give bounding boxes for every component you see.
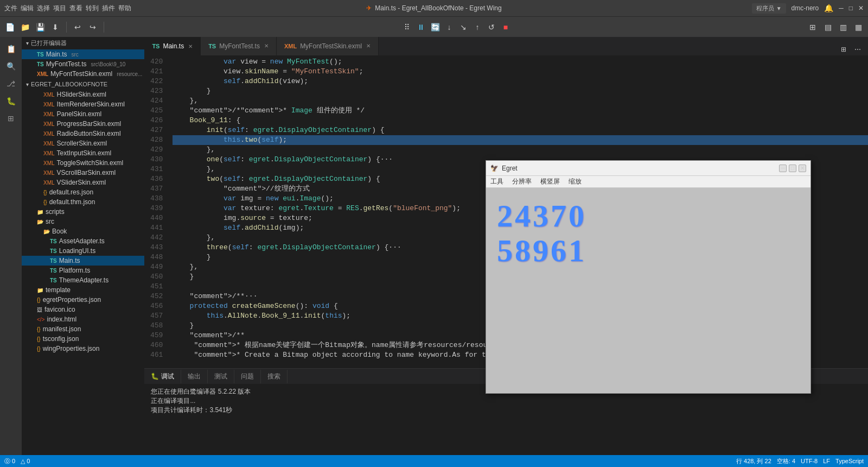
activity-search[interactable]: 🔍 [3, 59, 18, 74]
activity-git[interactable]: ⎇ [3, 76, 18, 91]
redo-btn[interactable]: ↪ [86, 21, 99, 34]
activity-explorer[interactable]: 📋 [3, 41, 18, 56]
menu-select[interactable]: 选择 [37, 4, 50, 13]
tree-manifest[interactable]: {} manifest.json [22, 324, 144, 334]
activity-debug[interactable]: 🐛 [3, 93, 18, 109]
tree-main-ts[interactable]: TS Main.ts [22, 256, 144, 266]
tab-main-ts-label: Main.ts [163, 42, 184, 50]
open-file-myfonttest[interactable]: TS MyFontTest.ts src\Book\9_10 [22, 59, 144, 69]
tree-progressbar[interactable]: XML ProgressBarSkin.exml [22, 119, 144, 129]
tree-themeadapter[interactable]: TS ThemeAdapter.ts [22, 275, 144, 285]
open-file-main[interactable]: TS Main.ts src [22, 49, 144, 59]
tree-assetadapter[interactable]: TS AssetAdapter.ts [22, 236, 144, 246]
open-editors-header[interactable]: ▾ 已打开编辑器 [22, 37, 144, 49]
tree-platform[interactable]: TS Platform.ts [22, 266, 144, 275]
open-file-btn[interactable]: 📁 [18, 21, 31, 34]
tree-hslider[interactable]: XML HSliderSkin.exml [22, 90, 144, 99]
tree-radiobutton[interactable]: XML RadioButtonSkin.exml [22, 129, 144, 138]
menu-view[interactable]: 查看 [69, 4, 82, 13]
tab-myfonttest-skin[interactable]: XML MyFontTestSkin.exml ✕ [277, 37, 379, 55]
cursor-position[interactable]: 行 428, 列 22 [736, 457, 771, 465]
save-all-btn[interactable]: ⬇ [49, 21, 62, 34]
tree-src[interactable]: 📂 src [22, 217, 144, 226]
search-label: 搜索 [267, 372, 280, 381]
tab-myfonttest-ts[interactable]: TS MyFontTest.ts ✕ [201, 37, 277, 55]
tab-skin-close[interactable]: ✕ [366, 43, 371, 49]
eol[interactable]: LF [823, 458, 830, 464]
debug-restart-btn[interactable]: ↺ [485, 21, 498, 34]
indent-setting[interactable]: 空格: 4 [777, 457, 795, 465]
preview-menu-tools[interactable]: 工具 [490, 177, 503, 186]
new-file-btn[interactable]: 📄 [3, 21, 16, 34]
preview-menu-orientation[interactable]: 横竖屏 [540, 177, 560, 186]
split-editor-btn[interactable]: ⊞ [806, 21, 819, 34]
menu-help[interactable]: 帮助 [118, 4, 131, 13]
bottom-tab-search[interactable]: 搜索 [261, 370, 288, 383]
notification-icon[interactable]: 🔔 [824, 4, 833, 12]
menu-project[interactable]: 项目 [53, 4, 66, 13]
tree-favicon[interactable]: 🖼 favicon.ico [22, 305, 144, 314]
menu-edit[interactable]: 编辑 [21, 4, 34, 13]
undo-btn[interactable]: ↩ [71, 21, 84, 34]
tree-defaultthm[interactable]: {} default.thm.json [22, 197, 144, 207]
open-file-myfonttest-name: MyFontTest.ts [46, 60, 87, 68]
preview-menu-zoom[interactable]: 缩放 [569, 177, 582, 186]
tree-vslider[interactable]: XML VSliderSkin.exml [22, 178, 144, 187]
toggle-all-btn[interactable]: ▦ [852, 21, 865, 34]
tree-egretprop[interactable]: {} egretProperties.json [22, 295, 144, 305]
split-editor-icon[interactable]: ⊞ [838, 43, 850, 55]
debug-stepover-btn[interactable]: ↓ [443, 21, 456, 34]
menu-file[interactable]: 文件 [4, 4, 17, 13]
tree-itemrenderer[interactable]: XML ItemRendererSkin.exml [22, 99, 144, 109]
tree-textinput[interactable]: XML TextInputSkin.exml [22, 148, 144, 158]
menu-plugin[interactable]: 插件 [102, 4, 115, 13]
tree-vscrollbar[interactable]: XML VScrollBarSkin.exml [22, 168, 144, 178]
debug-stop-btn[interactable]: ■ [499, 21, 512, 34]
maximize-btn[interactable]: □ [849, 4, 853, 12]
tree-tsconfig[interactable]: {} tsconfig.json [22, 334, 144, 344]
toggle-panel-btn[interactable]: ▥ [837, 21, 850, 34]
debug-grid-btn[interactable]: ⠿ [400, 21, 413, 34]
debug-pause-btn[interactable]: ⏸ [414, 21, 427, 34]
debug-refresh-btn[interactable]: 🔄 [429, 21, 442, 34]
debug-stepinto-btn[interactable]: ↘ [457, 21, 470, 34]
tree-panel[interactable]: XML PanelSkin.exml [22, 109, 144, 119]
tree-index[interactable]: </> index.html [22, 314, 144, 324]
tree-template[interactable]: 📁 template [22, 285, 144, 295]
more-actions-icon[interactable]: ⋯ [852, 43, 864, 55]
encoding[interactable]: UTF-8 [801, 458, 818, 464]
bottom-tab-problems[interactable]: 问题 [234, 370, 261, 383]
bottom-tab-output[interactable]: 输出 [181, 370, 208, 383]
open-file-myfonttest-skin[interactable]: XML MyFontTestSkin.exml resource... [22, 69, 144, 79]
preview-close[interactable]: ✕ [799, 165, 806, 172]
tree-toggleswitch[interactable]: XML ToggleSwitchSkin.exml [22, 158, 144, 168]
tab-main-ts-close[interactable]: ✕ [188, 43, 193, 49]
tree-scripts[interactable]: 📁 scripts [22, 207, 144, 217]
language-mode[interactable]: TypeScript [835, 458, 864, 464]
minimize-btn[interactable]: ─ [839, 4, 844, 12]
save-btn[interactable]: 💾 [34, 21, 47, 34]
tab-myfonttest-close[interactable]: ✕ [264, 43, 269, 49]
debug-stepout-btn[interactable]: ↑ [471, 21, 484, 34]
preview-menu-resolution[interactable]: 分辨率 [512, 177, 532, 186]
close-btn[interactable]: ✕ [858, 4, 864, 12]
bottom-tab-debug[interactable]: 🐛 调试 [144, 370, 181, 383]
json-icon1: {} [43, 190, 47, 195]
tree-scroller[interactable]: XML ScrollerSkin.exml [22, 138, 144, 148]
dir-icon2: 📂 [37, 219, 43, 225]
tree-book[interactable]: 📂 Book [22, 226, 144, 236]
menu-goto[interactable]: 转到 [86, 4, 99, 13]
preview-minimize[interactable]: ─ [779, 165, 787, 172]
activity-extensions[interactable]: ⊞ [3, 111, 18, 126]
preview-maximize[interactable]: □ [789, 165, 796, 172]
tree-defaultres[interactable]: {} default.res.json [22, 187, 144, 197]
preview-titlebar: 🦅 Egret ─ □ ✕ [486, 161, 810, 176]
tree-loadingui[interactable]: TS LoadingUI.ts [22, 246, 144, 256]
tab-main-ts[interactable]: TS Main.ts ✕ [144, 37, 201, 55]
toggle-editor-btn[interactable]: ▤ [821, 21, 834, 34]
tree-wingprop[interactable]: {} wingProperties.json [22, 344, 144, 354]
json-icon3: {} [37, 297, 41, 303]
bottom-tab-test[interactable]: 测试 [208, 370, 234, 383]
project-header[interactable]: ▾ EGRET_ALLBOOKOFNOTE [22, 79, 144, 90]
open-editors-arrow: ▾ [26, 40, 29, 46]
